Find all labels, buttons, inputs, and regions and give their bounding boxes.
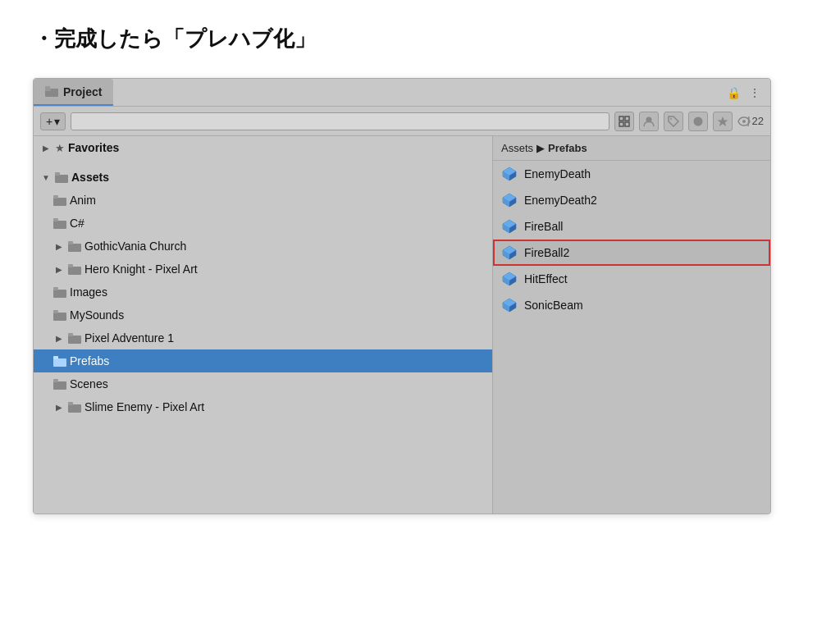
prefabs-label: Prefabs	[70, 354, 109, 368]
svg-rect-17	[53, 221, 66, 229]
prefabs-folder-icon	[53, 355, 66, 367]
prefab-item-sonicbeam[interactable]: SonicBeam	[493, 292, 770, 318]
svg-rect-31	[53, 381, 66, 390]
svg-rect-34	[68, 402, 73, 405]
svg-point-8	[670, 118, 672, 120]
breadcrumb-part1: Assets	[501, 142, 533, 154]
anim-label: Anim	[70, 194, 96, 207]
pixeladventure-arrow: ▶	[53, 332, 65, 344]
svg-line-11	[748, 116, 749, 126]
project-tab[interactable]: Project	[34, 79, 113, 106]
pixeladventure-label: Pixel Adventure 1	[84, 331, 174, 345]
prefab-item-hiteffect[interactable]: HitEffect	[493, 266, 770, 292]
tab-bar: Project 🔒 ⋮	[34, 79, 770, 107]
svg-marker-10	[717, 116, 728, 126]
unity-project-panel: Project 🔒 ⋮ + ▾	[33, 78, 771, 514]
svg-rect-27	[68, 336, 81, 344]
gothicvania-label: GothicVania Church	[84, 240, 186, 253]
sidebar-item-favorites[interactable]: ▶ ★ Favorites	[34, 136, 492, 159]
sidebar-item-anim[interactable]: Anim	[34, 189, 492, 212]
prefab-label-hiteffect: HitEffect	[524, 272, 568, 285]
slimeenemy-arrow: ▶	[53, 401, 65, 413]
main-content: ▶ ★ Favorites ▼ Assets	[34, 136, 770, 514]
sidebar-item-heroknight[interactable]: ▶ Hero Knight - Pixel Art	[34, 258, 492, 281]
prefab-label-enemydeath: EnemyDeath	[524, 167, 591, 180]
anim-folder-icon	[53, 194, 66, 206]
images-label: Images	[70, 285, 107, 299]
svg-rect-26	[53, 310, 58, 313]
tab-icons: 🔒 ⋮	[724, 84, 764, 102]
svg-rect-14	[55, 172, 60, 176]
svg-rect-4	[625, 116, 629, 121]
favorites-label: Favorites	[68, 141, 119, 154]
svg-rect-23	[53, 290, 66, 298]
sidebar-item-pixeladventure[interactable]: ▶ Pixel Adventure 1	[34, 326, 492, 349]
right-prefabs-panel: Assets ▶ Prefabs EnemyDeath	[493, 136, 770, 514]
svg-rect-32	[53, 379, 58, 382]
star-icon[interactable]	[713, 112, 733, 131]
svg-rect-22	[68, 264, 73, 267]
svg-rect-16	[53, 195, 58, 199]
mysounds-label: MySounds	[70, 308, 124, 322]
circle-icon[interactable]	[688, 112, 708, 131]
sidebar-item-assets[interactable]: ▼ Assets	[34, 166, 492, 189]
prefab-item-enemydeath2[interactable]: EnemyDeath2	[493, 187, 770, 213]
svg-rect-24	[53, 287, 58, 290]
svg-point-9	[693, 116, 702, 126]
prefab-label-fireball: FireBall	[524, 220, 563, 233]
expand-icon[interactable]	[614, 112, 634, 131]
breadcrumb: Assets ▶ Prefabs	[493, 136, 770, 161]
lock-icon[interactable]: 🔒	[724, 84, 742, 102]
toolbar: + ▾	[34, 107, 770, 136]
tag-icon[interactable]	[664, 112, 683, 131]
menu-icon[interactable]: ⋮	[746, 84, 764, 102]
prefab-label-fireball2: FireBall2	[524, 246, 569, 259]
svg-rect-20	[68, 241, 73, 244]
gothicvania-arrow: ▶	[53, 240, 65, 252]
prefab-item-fireball2[interactable]: FireBall2	[493, 240, 770, 266]
sidebar-item-images[interactable]: Images	[34, 281, 492, 304]
sidebar-item-gothicvania[interactable]: ▶ GothicVania Church	[34, 235, 492, 258]
page-heading: ・完成したら「プレハブ化」	[33, 25, 807, 53]
svg-rect-33	[68, 404, 81, 413]
project-tab-label: Project	[63, 85, 102, 98]
scenes-folder-icon	[53, 378, 66, 390]
svg-rect-2	[45, 86, 50, 89]
slimeenemy-folder-icon	[68, 401, 81, 413]
search-input[interactable]	[71, 112, 609, 130]
profile-icon[interactable]	[639, 112, 659, 131]
mysounds-folder-icon	[53, 309, 66, 321]
svg-rect-5	[619, 122, 623, 126]
svg-rect-30	[53, 356, 58, 359]
pixeladventure-folder-icon	[68, 332, 81, 344]
add-button[interactable]: + ▾	[40, 112, 66, 130]
slimeenemy-label: Slime Enemy - Pixel Art	[84, 400, 204, 413]
svg-rect-21	[68, 267, 81, 275]
svg-point-12	[742, 120, 746, 123]
heroknight-arrow: ▶	[53, 263, 65, 275]
sidebar-item-mysounds[interactable]: MySounds	[34, 304, 492, 326]
breadcrumb-part2: Prefabs	[548, 142, 587, 154]
prefab-label-enemydeath2: EnemyDeath2	[524, 194, 597, 207]
sidebar-item-slimeenemy[interactable]: ▶ Slime Enemy - Pixel Art	[34, 395, 492, 418]
images-folder-icon	[53, 286, 66, 298]
scenes-label: Scenes	[70, 377, 108, 390]
prefab-item-enemydeath[interactable]: EnemyDeath	[493, 161, 770, 187]
svg-rect-6	[625, 122, 629, 126]
svg-rect-15	[53, 198, 66, 206]
svg-rect-19	[68, 244, 81, 252]
sidebar-item-scenes[interactable]: Scenes	[34, 372, 492, 395]
svg-rect-18	[53, 218, 58, 221]
assets-folder-icon	[55, 171, 68, 183]
heroknight-folder-icon	[68, 263, 81, 275]
csharp-folder-icon	[53, 217, 66, 229]
add-arrow: ▾	[54, 115, 60, 128]
prefab-item-fireball[interactable]: FireBall	[493, 213, 770, 240]
prefab-label-sonicbeam: SonicBeam	[524, 299, 583, 312]
star-icon-favorites: ★	[55, 142, 65, 154]
svg-rect-29	[53, 358, 66, 367]
sidebar-item-prefabs[interactable]: Prefabs	[34, 349, 492, 372]
breadcrumb-sep: ▶	[536, 142, 545, 154]
sidebar-item-csharp[interactable]: C#	[34, 212, 492, 235]
assets-arrow: ▼	[40, 171, 52, 183]
